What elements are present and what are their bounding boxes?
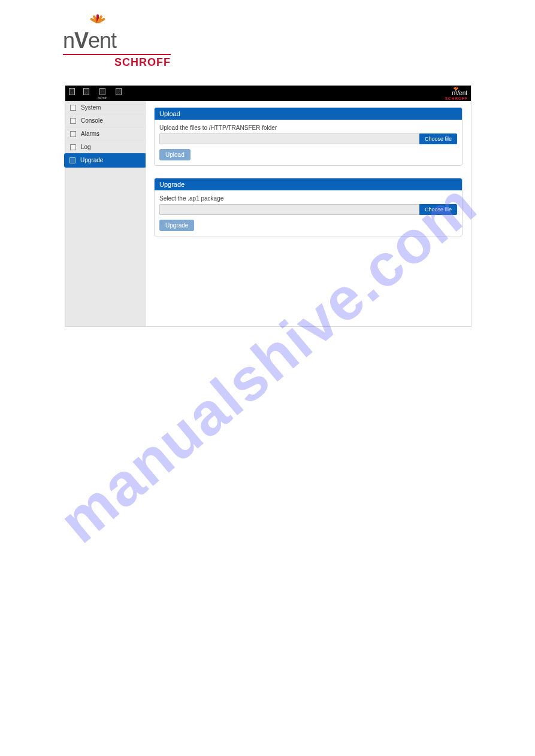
panel-title: Upgrade	[155, 178, 462, 190]
upgrade-panel: Upgrade Select the .ap1 package Choose f…	[154, 178, 463, 236]
nav-icon	[70, 118, 76, 124]
spark-icon	[452, 86, 460, 90]
topbar: admin nVent SCHROFF	[65, 86, 471, 101]
upgrade-choose-button[interactable]: Choose file	[419, 204, 457, 215]
nav-icon	[70, 105, 76, 111]
sidebar-item-upgrade[interactable]: Upgrade	[65, 154, 146, 167]
topbar-brand-sub: SCHROFF	[445, 96, 467, 101]
topbar-brand-name: nVent	[452, 90, 467, 96]
sidebar-item-console[interactable]: Console	[65, 114, 145, 127]
topbar-item-1[interactable]	[69, 88, 75, 96]
panel-title: Upload	[155, 108, 462, 120]
brand-logo: nVent SCHROFF	[63, 11, 183, 69]
topbar-icon	[99, 88, 105, 95]
sidebar-item-log[interactable]: Log	[65, 141, 145, 154]
sidebar: System Console Alarms Log Upgrade	[65, 101, 146, 326]
upload-button[interactable]: Upload	[159, 149, 191, 160]
app-window: admin nVent SCHROFF	[65, 85, 471, 327]
topbar-label: admin	[98, 96, 107, 99]
sidebar-item-label: Alarms	[81, 130, 99, 137]
topbar-item-4[interactable]	[116, 88, 122, 96]
topbar-icon	[69, 88, 75, 95]
upgrade-button[interactable]: Upgrade	[159, 220, 194, 231]
upload-panel: Upload Upload the files to /HTTP/TRANSFE…	[154, 107, 463, 166]
brand-subname: SCHROFF	[63, 56, 171, 69]
main-content: Upload Upload the files to /HTTP/TRANSFE…	[146, 101, 471, 326]
topbar-item-2[interactable]	[83, 88, 89, 96]
upgrade-file-field[interactable]	[159, 204, 419, 215]
topbar-brand: nVent SCHROFF	[445, 86, 467, 101]
nav-icon	[69, 157, 75, 163]
brand-name: nVent	[63, 30, 183, 51]
sidebar-item-label: Console	[81, 117, 103, 124]
brand-divider	[63, 54, 171, 55]
upload-file-field[interactable]	[159, 133, 419, 144]
sidebar-item-alarms[interactable]: Alarms	[65, 127, 145, 141]
upgrade-hint: Select the .ap1 package	[159, 195, 457, 202]
sidebar-item-system[interactable]: System	[65, 101, 145, 114]
sidebar-item-label: Upgrade	[80, 157, 103, 163]
sidebar-item-label: Log	[81, 144, 91, 150]
topbar-icon	[116, 88, 122, 95]
upload-choose-button[interactable]: Choose file	[419, 133, 457, 144]
upload-hint: Upload the files to /HTTP/TRANSFER folde…	[159, 125, 457, 131]
nav-icon	[70, 144, 76, 150]
nav-icon	[70, 131, 76, 137]
topbar-item-3[interactable]: admin	[98, 88, 107, 99]
topbar-icon	[83, 88, 89, 95]
sidebar-item-label: System	[81, 104, 101, 111]
spark-icon	[86, 11, 110, 35]
